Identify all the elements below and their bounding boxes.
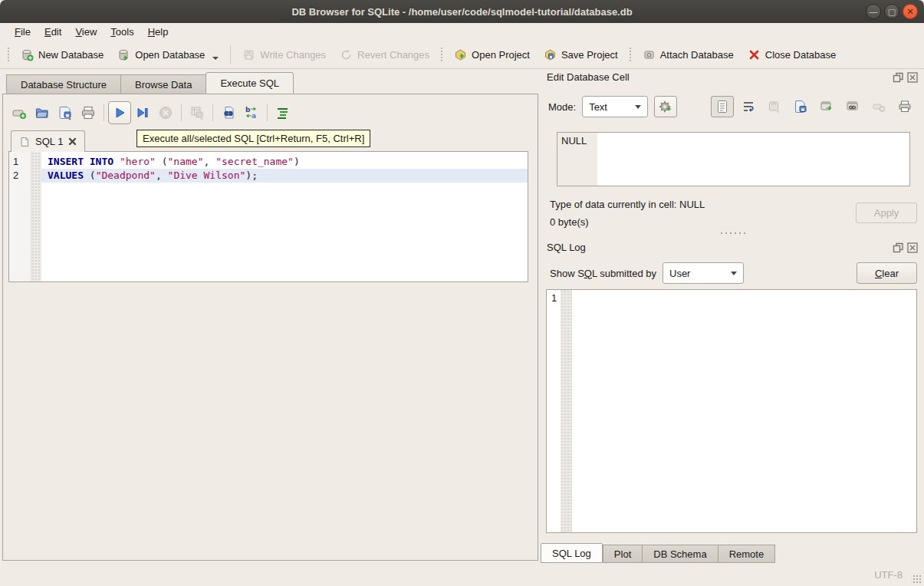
clear-log-button[interactable]: Clear xyxy=(857,262,917,284)
stop-execution-button[interactable] xyxy=(154,101,177,124)
open-database-icon xyxy=(117,48,130,61)
write-changes-button[interactable]: Write Changes xyxy=(235,44,333,66)
sql-log-filter-select[interactable]: User xyxy=(663,262,744,284)
print-icon xyxy=(81,105,96,120)
find-replace-button[interactable]: ba xyxy=(240,101,263,124)
menu-file[interactable]: File xyxy=(8,25,38,39)
menu-tools[interactable]: Tools xyxy=(104,25,140,39)
maximize-button[interactable]: ▢ xyxy=(884,4,899,19)
dock-splitter-handle[interactable] xyxy=(541,231,924,235)
open-sql-tab-button[interactable] xyxy=(8,101,31,124)
float-dock-icon[interactable] xyxy=(893,72,903,83)
auto-switch-mode-button[interactable] xyxy=(654,96,677,117)
svg-text:b: b xyxy=(245,106,251,114)
new-database-button[interactable]: New Database xyxy=(14,44,110,66)
format-sql-button[interactable] xyxy=(271,101,294,124)
save-sql-file-button[interactable] xyxy=(54,101,77,124)
attach-database-button[interactable]: Attach Database xyxy=(636,44,741,66)
toolbar-grip[interactable] xyxy=(6,46,11,63)
copy-link-button[interactable] xyxy=(841,96,864,117)
close-database-button[interactable]: Close Database xyxy=(741,44,843,66)
execute-current-line-button[interactable] xyxy=(131,101,154,124)
cell-value: NULL xyxy=(561,135,587,146)
dock-tab-sql-log[interactable]: SQL Log xyxy=(541,543,603,563)
log-line-numbers: 1 xyxy=(547,290,561,532)
resize-grip[interactable] xyxy=(912,574,922,584)
minimize-button[interactable]: — xyxy=(866,4,881,19)
menu-view[interactable]: View xyxy=(68,25,104,39)
code-line[interactable]: INSERT INTO "hero" ("name", "secret_name… xyxy=(41,155,528,169)
code-line[interactable]: VALUES ("Deadpond", "Dive Wilson"); xyxy=(41,169,528,183)
open-database-button[interactable]: Open Database xyxy=(110,44,225,66)
cell-editor-text-area[interactable] xyxy=(597,133,909,186)
tab-label: Browse Data xyxy=(135,79,192,91)
tab-label: Execute SQL xyxy=(220,77,279,89)
menu-edit[interactable]: Edit xyxy=(38,25,68,39)
link-icon xyxy=(846,100,860,114)
dock-tab-db-schema[interactable]: DB Schema xyxy=(642,545,717,563)
open-project-label: Open Project xyxy=(472,49,530,61)
tab-database-structure[interactable]: Database Structure xyxy=(6,74,120,94)
menu-help[interactable]: Help xyxy=(141,25,176,39)
open-project-button[interactable]: Open Project xyxy=(447,44,537,66)
save-project-icon xyxy=(544,48,557,61)
tab-execute-sql[interactable]: Execute SQL xyxy=(206,72,294,94)
execute-line-icon xyxy=(135,105,150,120)
log-fold-margin xyxy=(561,290,572,532)
menubar: File Edit View Tools Help xyxy=(0,23,924,41)
apply-button-label: Apply xyxy=(874,207,899,219)
word-wrap-button[interactable] xyxy=(737,96,760,117)
dock-tab-plot[interactable]: Plot xyxy=(603,545,642,563)
dock-tab-remote[interactable]: Remote xyxy=(718,545,776,563)
float-dock-icon[interactable] xyxy=(893,242,903,253)
execute-sql-button[interactable] xyxy=(108,101,131,124)
sql-file-tab[interactable]: SQL 1 xyxy=(11,130,85,152)
write-changes-label: Write Changes xyxy=(260,49,326,61)
document-icon xyxy=(19,137,30,147)
save-results-button[interactable] xyxy=(186,101,209,124)
window-controls: — ▢ ✕ xyxy=(866,4,918,19)
clear-button-label: Clear xyxy=(875,268,899,279)
export-cell-data-button[interactable] xyxy=(789,96,812,117)
editor-code-area[interactable]: INSERT INTO "hero" ("name", "secret_name… xyxy=(41,152,528,281)
tab-label: Database Structure xyxy=(21,79,107,91)
sql-editor[interactable]: 12 INSERT INTO "hero" ("name", "secret_n… xyxy=(8,151,528,282)
revert-changes-button[interactable]: Revert Changes xyxy=(333,44,436,66)
close-tab-icon[interactable] xyxy=(68,137,77,146)
open-sql-file-button[interactable] xyxy=(31,101,54,124)
save-project-button[interactable]: Save Project xyxy=(537,44,625,66)
tab-browse-data[interactable]: Browse Data xyxy=(120,74,206,94)
encoding-indicator[interactable]: UTF-8 xyxy=(874,569,903,581)
set-null-button[interactable] xyxy=(867,96,890,117)
sql-file-tab-label: SQL 1 xyxy=(35,136,63,147)
find-button[interactable] xyxy=(217,101,240,124)
mode-select[interactable]: Text xyxy=(582,96,648,117)
cell-editor[interactable]: NULL xyxy=(557,132,910,186)
sql-log-view[interactable]: 1 xyxy=(546,289,917,533)
sql-toolbar: ba xyxy=(8,98,294,127)
dock-tab-label: DB Schema xyxy=(653,548,706,560)
toolbar-grip[interactable] xyxy=(628,46,633,63)
close-button[interactable]: ✕ xyxy=(903,4,918,19)
cell-text-mode-button[interactable] xyxy=(711,96,734,117)
execute-tooltip: Execute all/selected SQL [Ctrl+Return, F… xyxy=(136,130,370,147)
open-database-dropdown-icon[interactable] xyxy=(212,57,219,60)
toolbar-grip[interactable] xyxy=(439,46,444,63)
titlebar: DB Browser for SQLite - /home/user/code/… xyxy=(0,0,924,23)
log-text-area[interactable] xyxy=(572,290,916,532)
window-title: DB Browser for SQLite - /home/user/code/… xyxy=(291,6,632,18)
close-dock-icon[interactable] xyxy=(907,72,918,83)
import-cell-data-button[interactable] xyxy=(763,96,786,117)
close-database-label: Close Database xyxy=(765,49,837,61)
sql-log-filter-label: Show SQL submitted by xyxy=(550,268,656,279)
print-cell-button[interactable] xyxy=(893,96,916,117)
word-wrap-icon xyxy=(742,100,755,114)
chevron-down-icon xyxy=(731,272,737,275)
open-in-external-button[interactable] xyxy=(815,96,838,117)
close-dock-icon[interactable] xyxy=(907,242,918,253)
print-sql-button[interactable] xyxy=(77,101,100,124)
save-project-label: Save Project xyxy=(561,49,618,61)
mode-label: Mode: xyxy=(548,101,576,113)
apply-button[interactable]: Apply xyxy=(856,202,917,223)
write-changes-icon xyxy=(242,48,255,61)
